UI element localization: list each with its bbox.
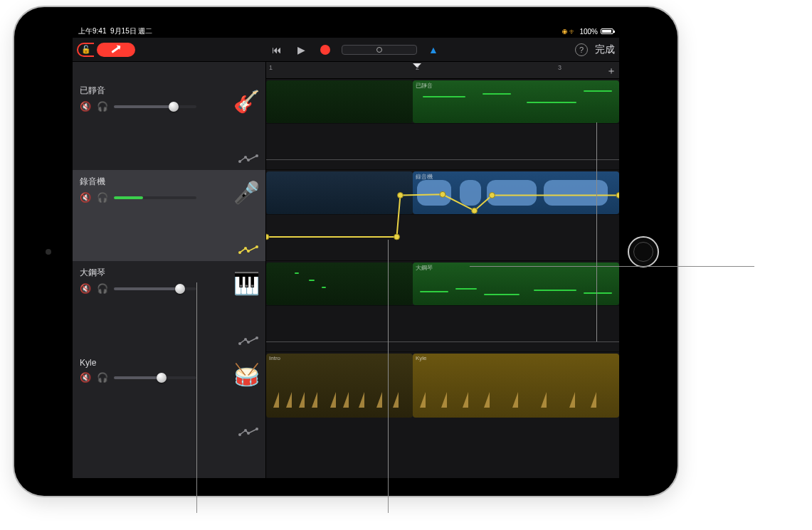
track-name: 錄音機 [80,176,258,188]
svg-point-12 [238,433,241,436]
region-mic-dim[interactable] [266,171,413,214]
automation-button[interactable] [238,426,258,438]
playhead-icon[interactable] [413,63,421,72]
lane-mic[interactable]: 錄音機 [266,170,619,261]
track-name: 已靜音 [80,85,258,97]
question-icon: ? [579,46,584,54]
scrubber-thumb[interactable] [376,47,382,53]
battery-icon [601,28,613,34]
top-toolbar: 🔓 ⏮ ▶ ▲ [73,38,619,62]
track-header-piano[interactable]: 大鋼琴 🔇 🎧 🎹 [73,261,265,352]
svg-point-11 [255,336,258,339]
home-button[interactable] [628,236,659,267]
track-header-bass[interactable]: 已靜音 🔇 🎧 🎸 [73,79,265,170]
region-bass-dim[interactable] [266,80,413,123]
callout-line-automation-button [196,282,197,513]
headphone-icon[interactable]: 🎧 [97,283,108,294]
record-button[interactable] [317,42,333,58]
unlock-button[interactable]: 🔓 [77,43,94,57]
add-section-button[interactable]: ＋ [606,65,616,78]
svg-point-6 [247,250,250,253]
help-button[interactable]: ? [575,43,588,56]
region-bass[interactable]: 已靜音 [413,80,619,123]
go-to-start-button[interactable]: ⏮ [269,42,285,58]
status-date: 9月15日 週二 [110,27,152,35]
status-time-date: 上午9:41 9月15日 週二 [78,26,153,36]
app-screen: 上午9:41 9月15日 週二 ⦿ ᯤ 100% 🔓 ⏮ [73,25,619,478]
play-button[interactable]: ▶ [293,42,309,58]
region-piano[interactable]: 大鋼琴 [413,263,619,305]
svg-point-10 [247,341,250,344]
battery-percent: 100% [579,28,598,36]
instrument-bass-icon[interactable]: 🎸 [233,88,260,115]
ruler[interactable]: 1 2 3 ＋ [266,62,619,79]
mute-icon[interactable]: 🔇 [80,372,91,383]
ipad-device-frame: 上午9:41 9月15日 週二 ⦿ ᯤ 100% 🔓 ⏮ [14,7,677,496]
lane-bass[interactable]: 已靜音 [266,79,619,170]
mute-icon[interactable]: 🔇 [80,101,91,112]
record-icon [320,45,330,55]
metronome-button[interactable]: ▲ [426,42,441,58]
svg-point-0 [238,160,241,163]
svg-point-9 [244,338,247,341]
region-drums[interactable]: Kyle [413,354,619,418]
svg-point-4 [238,251,241,254]
region-label: 已靜音 [416,83,433,89]
metronome-icon: ▲ [428,44,438,55]
instrument-drums-icon[interactable]: 🥁 [233,361,260,388]
mute-icon[interactable]: 🔇 [80,283,91,294]
status-bar: 上午9:41 9月15日 週二 ⦿ ᯤ 100% [73,25,619,38]
lane-piano[interactable]: 大鋼琴 [266,261,619,352]
region-drums-intro[interactable]: Intro [266,354,413,418]
automation-button[interactable] [238,335,258,346]
headphone-icon[interactable]: 🎧 [97,192,108,203]
region-mic[interactable]: 錄音機 [413,171,619,214]
headphone-icon[interactable]: 🎧 [97,101,108,112]
headphone-icon[interactable]: 🎧 [97,372,108,383]
callout-line-track [470,266,754,267]
ruler-tick: 3 [558,64,561,71]
edit-mode-button[interactable] [97,43,135,57]
callout-line-right-border [596,122,597,341]
play-icon: ▶ [297,44,305,55]
done-button[interactable]: 完成 [595,43,615,56]
region-label: Kyle [416,355,427,361]
region-label: 大鋼琴 [416,265,433,271]
volume-slider[interactable] [114,105,196,108]
prev-track-icon: ⏮ [272,44,282,55]
lane-drums[interactable]: Intro Kyle [266,352,619,446]
wifi-icon: ⦿ ᯤ [561,28,577,36]
track-header-drums[interactable]: Kyle 🔇 🎧 🥁 [73,352,265,443]
svg-point-3 [255,154,258,157]
svg-point-5 [244,247,247,250]
unlock-icon: 🔓 [81,45,91,54]
position-scrubber[interactable] [342,45,417,55]
mute-icon[interactable]: 🔇 [80,192,91,203]
front-camera [46,249,51,255]
svg-point-8 [238,342,241,345]
region-piano-dim[interactable] [266,263,413,305]
svg-point-15 [255,428,258,430]
svg-point-2 [247,159,250,161]
svg-point-14 [247,432,250,435]
timeline[interactable]: 1 2 3 ＋ 已靜音 [266,62,619,478]
region-label: 錄音機 [416,174,433,180]
ruler-tick: 1 [269,64,273,71]
svg-point-1 [244,156,247,159]
callout-line-automation-point [388,240,389,513]
svg-point-7 [255,245,258,248]
status-right-cluster: ⦿ ᯤ 100% [561,28,613,36]
instrument-piano-icon[interactable]: 🎹 [233,270,260,297]
edit-area: 已靜音 🔇 🎧 🎸 錄音 [73,62,619,478]
track-name: Kyle [80,358,258,368]
volume-slider[interactable] [114,196,196,199]
volume-slider[interactable] [114,287,196,290]
automation-button[interactable] [238,153,258,164]
region-label: Intro [269,355,280,361]
automation-button[interactable] [238,244,258,255]
lanes: 已靜音 錄音機 [266,79,619,478]
track-header-mic[interactable]: 錄音機 🔇 🎧 🎤 [73,170,265,261]
status-time: 上午9:41 [78,27,106,35]
instrument-mic-icon[interactable]: 🎤 [233,179,260,206]
volume-slider[interactable] [114,376,196,379]
